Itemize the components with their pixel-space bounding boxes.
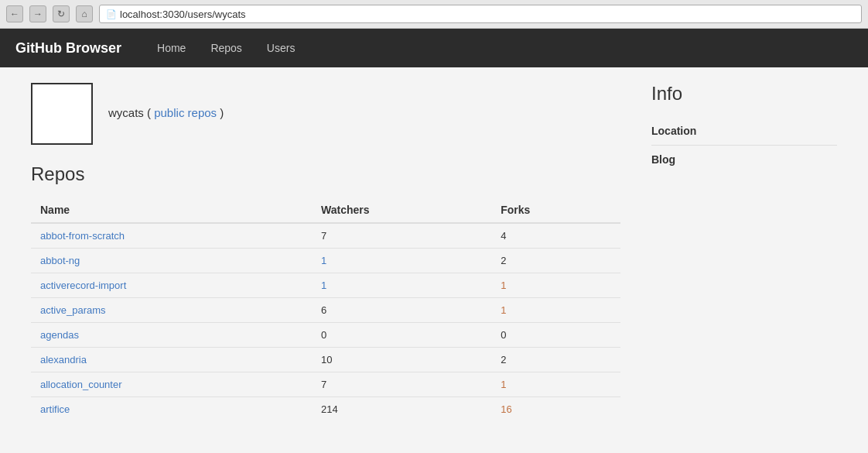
table-head: Name Watchers Forks: [31, 197, 620, 223]
nav-link-repos[interactable]: Repos: [198, 31, 254, 65]
repo-forks-cell: 1: [491, 273, 620, 298]
table-row: activerecord-import11: [31, 273, 620, 298]
public-repos-link[interactable]: public repos: [154, 106, 217, 119]
forward-button[interactable]: →: [29, 5, 46, 22]
repo-watchers-cell: 1: [312, 273, 491, 298]
repos-section-title: Repos: [31, 163, 620, 185]
repo-watchers-cell: 6: [312, 298, 491, 323]
address-icon: 📄: [106, 9, 117, 19]
table-row: alexandria102: [31, 348, 620, 372]
table-row: abbot-ng12: [31, 249, 620, 273]
navbar-brand: GitHub Browser: [15, 40, 121, 57]
user-info: wycats ( public repos ): [108, 83, 224, 119]
navbar: GitHub Browser Home Repos Users: [0, 29, 868, 67]
content-layout: wycats ( public repos ) Repos Name Watch…: [31, 83, 837, 421]
col-name: Name: [31, 197, 312, 223]
repo-forks-cell: 2: [491, 249, 620, 273]
repo-link[interactable]: activerecord-import: [40, 280, 126, 291]
repo-name-cell: abbot-from-scratch: [31, 223, 312, 249]
avatar: [31, 83, 93, 145]
paren-close: ): [220, 106, 224, 119]
repo-forks-cell: 1: [491, 298, 620, 323]
repo-name-cell: activerecord-import: [31, 273, 312, 298]
repo-watchers-cell: 0: [312, 323, 491, 348]
repo-link[interactable]: abbot-from-scratch: [40, 230, 125, 242]
repo-forks-cell: 16: [491, 397, 620, 422]
refresh-button[interactable]: ↻: [53, 5, 70, 22]
repo-name-cell: alexandria: [31, 348, 312, 372]
page-content: wycats ( public repos ) Repos Name Watch…: [0, 67, 868, 453]
info-item: Blog: [651, 146, 837, 173]
table-body: abbot-from-scratch74abbot-ng12activereco…: [31, 223, 620, 421]
repo-link[interactable]: agendas: [40, 329, 79, 341]
repo-link[interactable]: alexandria: [40, 354, 87, 365]
repo-forks-cell: 1: [491, 372, 620, 397]
repo-link[interactable]: abbot-ng: [40, 255, 80, 266]
repo-forks-cell: 4: [491, 223, 620, 249]
main-section: wycats ( public repos ) Repos Name Watch…: [31, 83, 620, 421]
repo-name-cell: artifice: [31, 397, 312, 422]
repo-link[interactable]: active_params: [40, 304, 106, 316]
browser-chrome: ← → ↻ ⌂ 📄 localhost:3030/users/wycats: [0, 0, 868, 29]
user-header: wycats ( public repos ): [31, 83, 620, 145]
repos-table: Name Watchers Forks abbot-from-scratch74…: [31, 197, 620, 421]
col-watchers: Watchers: [312, 197, 491, 223]
repo-watchers-cell: 214: [312, 397, 491, 422]
repo-link[interactable]: artifice: [40, 403, 70, 415]
repo-watchers-cell: 1: [312, 249, 491, 273]
paren-open: (: [147, 106, 154, 119]
nav-link-home[interactable]: Home: [145, 31, 198, 65]
address-url: localhost:3030/users/wycats: [120, 9, 246, 20]
address-bar[interactable]: 📄 localhost:3030/users/wycats: [99, 5, 862, 23]
home-button[interactable]: ⌂: [76, 5, 93, 22]
repo-forks-cell: 2: [491, 348, 620, 372]
repo-name-cell: agendas: [31, 323, 312, 348]
table-row: abbot-from-scratch74: [31, 223, 620, 249]
repo-name-cell: active_params: [31, 298, 312, 323]
nav-link-users[interactable]: Users: [255, 31, 308, 65]
info-items: LocationBlog: [651, 117, 837, 173]
col-forks: Forks: [491, 197, 620, 223]
username: wycats: [108, 106, 144, 119]
repo-forks-cell: 0: [491, 323, 620, 348]
info-item: Location: [651, 117, 837, 146]
navbar-nav: Home Repos Users: [145, 31, 307, 65]
repo-name-cell: allocation_counter: [31, 372, 312, 397]
table-row: active_params61: [31, 298, 620, 323]
table-row: artifice21416: [31, 397, 620, 422]
repo-link[interactable]: allocation_counter: [40, 379, 122, 390]
info-section-title: Info: [651, 83, 837, 105]
repo-watchers-cell: 10: [312, 348, 491, 372]
table-header-row: Name Watchers Forks: [31, 197, 620, 223]
back-button[interactable]: ←: [6, 5, 23, 22]
repo-watchers-cell: 7: [312, 372, 491, 397]
repo-watchers-cell: 7: [312, 223, 491, 249]
repo-name-cell: abbot-ng: [31, 249, 312, 273]
table-row: allocation_counter71: [31, 372, 620, 397]
sidebar-section: Info LocationBlog: [651, 83, 837, 421]
table-row: agendas00: [31, 323, 620, 348]
